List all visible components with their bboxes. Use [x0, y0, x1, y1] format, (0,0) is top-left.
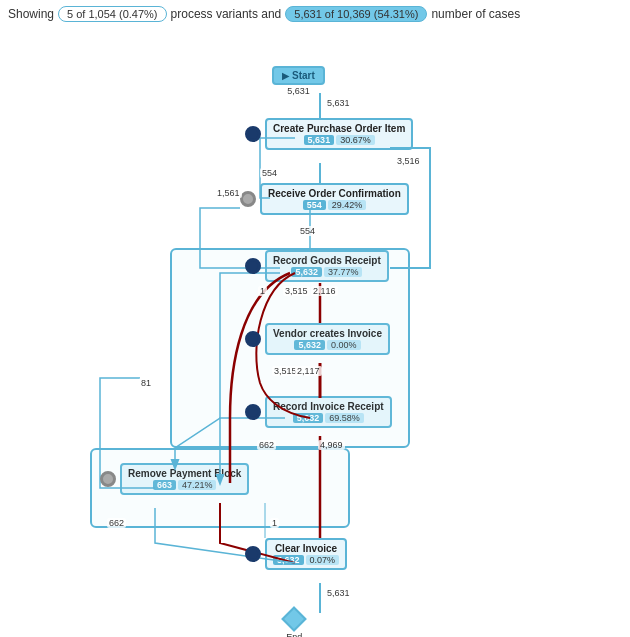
- receive-order-node[interactable]: Receive Order Confirmation 554 29.42%: [240, 183, 409, 215]
- edge-label-e10: 2,117: [295, 366, 322, 376]
- end-shape: [282, 606, 307, 631]
- edge-label-e8: 1: [258, 286, 267, 296]
- edge-label-e14: 662: [107, 518, 126, 528]
- receive-order-circle: [240, 191, 256, 207]
- edge-label-e2: 554: [260, 168, 279, 178]
- clear-invoice-title: Clear Invoice: [273, 543, 339, 554]
- edge-label-after-clear: 5,631: [325, 588, 352, 598]
- remove-payment-circle: [100, 471, 116, 487]
- receive-order-count: 554: [303, 200, 326, 210]
- edge-label-e15: 1: [270, 518, 279, 528]
- clear-invoice-count: 5,632: [273, 555, 304, 565]
- clear-invoice-node[interactable]: Clear Invoice 5,632 0.07%: [245, 538, 347, 570]
- receive-order-title: Receive Order Confirmation: [268, 188, 401, 199]
- start-shape: Start: [272, 66, 325, 85]
- selection-group: [170, 248, 410, 448]
- create-po-title: Create Purchase Order Item: [273, 123, 405, 134]
- edge-label-e12: 662: [257, 440, 276, 450]
- start-count: 5,631: [287, 86, 310, 96]
- edge-label-e11: 81: [139, 378, 153, 388]
- header-bar: Showing 5 of 1,054 (0.47%) process varia…: [0, 0, 630, 28]
- receive-order-pct: 29.42%: [328, 200, 367, 210]
- showing-label: Showing: [8, 7, 54, 21]
- edge-label-e3: 1,561: [215, 188, 242, 198]
- record-goods-circle: [245, 258, 261, 274]
- start-node: Start 5,631: [272, 66, 325, 96]
- create-po-count: 5,631: [304, 135, 335, 145]
- edge-label-e13: 4,969: [318, 440, 345, 450]
- clear-invoice-box: Clear Invoice 5,632 0.07%: [265, 538, 347, 570]
- end-label: End: [286, 632, 302, 637]
- end-node: End 5,631: [283, 610, 306, 637]
- create-po-circle: [245, 126, 261, 142]
- edge-label-e4: 554: [298, 226, 317, 236]
- create-po-node[interactable]: Create Purchase Order Item 5,631 30.67%: [245, 118, 413, 150]
- record-invoice-circle: [245, 404, 261, 420]
- create-po-box: Create Purchase Order Item 5,631 30.67%: [265, 118, 413, 150]
- edge-label-e7: 2,116: [311, 286, 338, 296]
- edge-label-e5: 3,516: [395, 156, 422, 166]
- process-variants-text: process variants and: [171, 7, 282, 21]
- clear-invoice-pct: 0.07%: [306, 555, 340, 565]
- cases-badge: 5,631 of 10,369 (54.31%): [285, 6, 427, 22]
- create-po-pct: 30.67%: [336, 135, 375, 145]
- start-label: Start: [292, 70, 315, 81]
- number-of-cases-text: number of cases: [431, 7, 520, 21]
- edge-label-e6: 3,515: [283, 286, 310, 296]
- variants-badge: 5 of 1,054 (0.47%): [58, 6, 167, 22]
- edge-label-e1: 5,631: [325, 98, 352, 108]
- clear-invoice-circle: [245, 546, 261, 562]
- vendor-invoice-circle: [245, 331, 261, 347]
- process-flow-canvas: Start 5,631 5,631 Create Purchase Order …: [0, 28, 630, 633]
- selection-group-2: [90, 448, 350, 528]
- receive-order-box: Receive Order Confirmation 554 29.42%: [260, 183, 409, 215]
